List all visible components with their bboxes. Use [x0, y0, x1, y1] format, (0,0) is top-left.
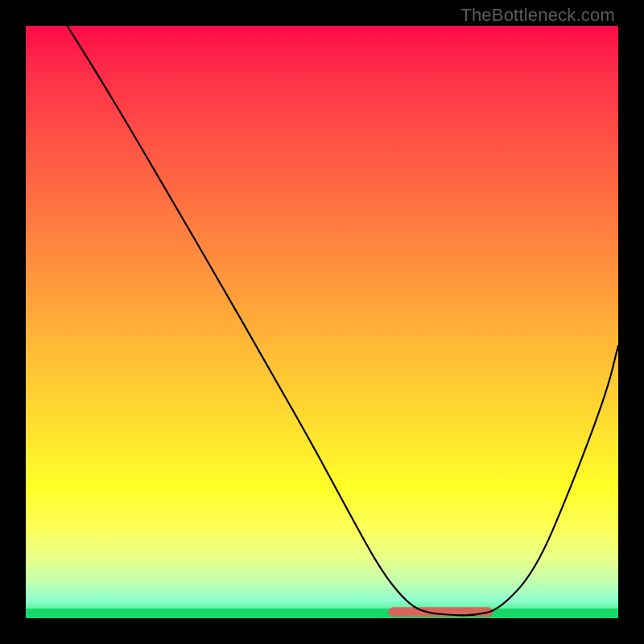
- chart-container: TheBottleneck.com: [0, 0, 644, 644]
- curve-svg: [26, 26, 618, 618]
- plot-area: [26, 26, 618, 618]
- watermark-text: TheBottleneck.com: [460, 5, 615, 26]
- bottleneck-curve-line: [68, 26, 619, 615]
